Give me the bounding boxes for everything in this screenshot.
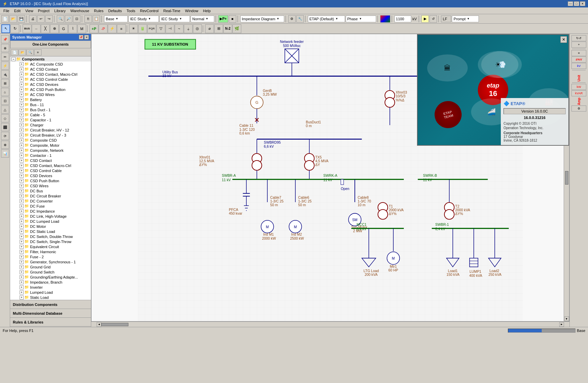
unit-btn-4[interactable]: ±%V (571, 56, 586, 63)
multi-dimensional-db-button[interactable]: Multi-Dimensional Database (10, 309, 91, 318)
sm-close-button[interactable]: ✕ (84, 35, 89, 40)
pv-button[interactable]: ☀ (129, 24, 138, 33)
expand-20[interactable]: + (20, 164, 24, 168)
tree-item-17[interactable]: +📁Composite, Network (10, 148, 91, 153)
tree-item-14[interactable]: +📁Circuit Breaker, LV - 3 (10, 133, 91, 138)
expand-1[interactable]: + (20, 67, 24, 71)
expand-7[interactable]: + (20, 98, 24, 102)
tree-item-13[interactable]: +📁Circuit Breaker, HV - 12 (10, 127, 91, 133)
scroll-down-button[interactable]: ▼ (564, 316, 569, 321)
fuse-button[interactable]: ≡ (117, 24, 126, 33)
expand-44[interactable]: + (20, 285, 24, 289)
expand-39[interactable]: + (20, 260, 24, 264)
tree-item-26[interactable]: +📁DC Circuit Breaker (10, 193, 91, 198)
expand-6[interactable]: + (20, 93, 24, 97)
tree-item-7[interactable]: +📁Battery (10, 97, 91, 102)
tree-item-33[interactable]: +📁DC Static Load (10, 229, 91, 234)
expand-41[interactable]: + (20, 270, 24, 274)
sm-list-button[interactable]: ≡ (34, 49, 42, 55)
tree-item-1[interactable]: +📁AC CSD Contact (10, 67, 91, 72)
expand-0[interactable]: + (20, 62, 24, 66)
tree-item-9[interactable]: +📁Bus Duct - 1 (10, 107, 91, 112)
tree-item-31[interactable]: +📁DC Lumped Load (10, 219, 91, 224)
distribution-components-button[interactable]: Distribution Components (10, 300, 91, 309)
rotate-button[interactable]: ↻ (10, 24, 19, 33)
expand-46[interactable]: + (20, 295, 24, 300)
expand-10[interactable]: + (20, 113, 24, 117)
tree-item-29[interactable]: +📁DC Impedance (10, 209, 91, 214)
filter-button[interactable]: 🔧 (296, 15, 304, 23)
unit-btn-3[interactable]: ≡ (571, 50, 586, 56)
horizontal-scrollbar[interactable]: ◄ ► (91, 321, 569, 327)
instrument-button[interactable]: ⊞ (214, 24, 223, 33)
tree-item-0[interactable]: +📁AC Composite CSD (10, 62, 91, 67)
left-tool-3[interactable]: ✏ (1, 53, 9, 61)
expand-4[interactable]: + (20, 82, 24, 87)
stop-button[interactable]: ■ (229, 15, 236, 23)
tree-item-10[interactable]: +📁Cable - 5 (10, 112, 91, 117)
tree-item-components[interactable]: − 📁 Components (10, 56, 91, 62)
expand-30[interactable]: + (20, 214, 24, 218)
expand-31[interactable]: + (20, 219, 24, 223)
tree-item-44[interactable]: +📁Inverter (10, 285, 91, 290)
tree-item-20[interactable]: +📁CSD Contact, Macro-Ctrl (10, 163, 91, 168)
expand-35[interactable]: + (20, 240, 24, 244)
left-tool-6[interactable]: ⊞ (1, 79, 9, 87)
expand-38[interactable]: + (20, 255, 24, 259)
undo-button[interactable]: ↩ (37, 15, 45, 23)
expand-36[interactable]: + (20, 245, 24, 249)
expand-29[interactable]: + (20, 209, 24, 213)
expand-14[interactable]: + (20, 133, 24, 137)
menu-item-defaults[interactable]: Defaults (106, 8, 124, 14)
menu-item-tools[interactable]: Tools (125, 8, 138, 14)
ground-button[interactable]: ⏚ (184, 24, 193, 33)
expand-32[interactable]: + (20, 224, 24, 229)
sm-new-button[interactable]: 📄 (11, 49, 18, 55)
tree-container[interactable]: − 📁 Components +📁AC Composite CSD+📁AC CS… (10, 56, 91, 300)
etap-default-dropdown[interactable]: ETAP (Default) ▼ (308, 16, 345, 22)
motor-button[interactable]: M (77, 24, 86, 33)
left-tool-13[interactable]: ⊕ (1, 141, 9, 149)
freq-button[interactable]: ~ (175, 24, 183, 33)
left-tool-1[interactable]: 📌 (1, 35, 9, 43)
tree-item-30[interactable]: +📁DC Link, High-Voltage (10, 214, 91, 219)
expand-26[interactable]: + (20, 194, 24, 198)
splash-close-button[interactable]: ✕ (560, 36, 567, 43)
menu-item-realtime[interactable]: Real-Time (161, 8, 182, 14)
left-tool-14[interactable]: 📊 (1, 149, 9, 158)
tree-item-19[interactable]: +📁CSD Contact (10, 158, 91, 163)
diagram-dropdown[interactable]: Impedance Diagram ▼ (240, 16, 284, 22)
tree-item-39[interactable]: +📁Generator, Synchronous - 1 (10, 259, 91, 264)
expand-45[interactable]: + (20, 290, 24, 294)
capacitor-mode-button[interactable]: ⊣ (166, 24, 174, 33)
expand-40[interactable]: + (20, 265, 24, 269)
expand-11[interactable]: + (20, 118, 24, 122)
expand-23[interactable]: + (20, 179, 24, 183)
run-lf-button[interactable]: ▶ (421, 15, 429, 23)
prompt-dropdown[interactable]: Prompt ▼ (452, 16, 479, 22)
left-tool-11[interactable]: ⬛ (1, 123, 9, 131)
color-button[interactable] (380, 15, 390, 23)
base-dropdown[interactable]: Base ▼ (104, 16, 128, 22)
sm-open-button[interactable]: 📂 (19, 49, 26, 55)
menu-item-project[interactable]: Project (36, 8, 51, 14)
tree-item-15[interactable]: +📁Composite CSD (10, 138, 91, 143)
tree-item-37[interactable]: +📁Filter, Harmonic (10, 249, 91, 254)
expand-2[interactable]: + (20, 72, 24, 76)
copy-button[interactable]: ⎘ (84, 15, 92, 23)
expand-components[interactable]: − (11, 57, 16, 61)
expand-25[interactable]: + (20, 189, 24, 193)
pointer-mode-button[interactable]: ↖ (1, 24, 10, 33)
menu-item-library[interactable]: Library (52, 8, 68, 14)
menu-item-warehouse[interactable]: Warehouse (68, 8, 91, 14)
tree-item-2[interactable]: +📁AC CSD Contact, Macro-Ctrl (10, 72, 91, 77)
reset-button[interactable]: ↺ (430, 15, 437, 23)
unit-btn-6[interactable]: kW (571, 84, 586, 90)
left-tool-4[interactable]: ⚡ (1, 62, 9, 70)
left-tool-12[interactable]: ⟳ (1, 132, 9, 140)
expand-18[interactable]: + (20, 153, 24, 158)
battery-mode-button[interactable]: 🔋 (138, 24, 147, 33)
left-tool-8[interactable]: ⊡ (1, 97, 9, 105)
expand-9[interactable]: + (20, 108, 24, 112)
tree-item-42[interactable]: +📁Grounding/Earthing Adapte... (10, 274, 91, 280)
